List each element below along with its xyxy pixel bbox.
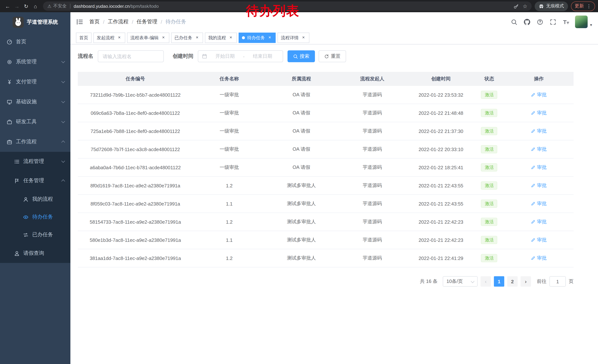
process-cell: 测试多审批人 (266, 194, 337, 213)
tab-todo-tasks[interactable]: 待办任务× (239, 32, 276, 43)
tab-form-edit[interactable]: 流程表单-编辑× (127, 32, 169, 43)
back-icon[interactable]: ← (3, 1, 12, 11)
status-badge: 激活 (481, 254, 498, 262)
status-cell: 激活 (474, 194, 504, 213)
bookmark-star-icon[interactable]: ☆ (521, 2, 530, 11)
sidebar-item-label: 流程管理 (23, 158, 44, 165)
search-button[interactable]: 搜索 (288, 50, 315, 62)
tab-my-process[interactable]: 我的流程× (205, 32, 237, 43)
tab-home[interactable]: 首页 (76, 32, 91, 43)
chevron-down-icon (61, 159, 65, 163)
table-row: 73211d9d-7b9b-11ec-b5b7-acde48001122一级审批… (78, 86, 573, 104)
sidebar-item-workflow[interactable]: 工作流程 (0, 132, 70, 152)
created-time-cell: 2022-01-21 22:42:23 (407, 213, 474, 231)
created-time-cell: 2022-01-22 20:33:10 (407, 140, 474, 158)
table-row: 069c6a63-7b8a-11ec-8ef0-acde48001122一级审批… (78, 104, 573, 122)
password-key-icon[interactable] (512, 2, 521, 11)
approve-link[interactable]: 审批 (531, 91, 547, 98)
tab-done-tasks[interactable]: 已办任务× (171, 32, 203, 43)
next-page-button[interactable]: › (521, 276, 531, 287)
sidebar-collapse-icon[interactable] (76, 18, 83, 25)
process-cell: 测试多审批人 (266, 213, 337, 231)
task-name-cell: 1.1 (193, 231, 266, 249)
approve-link[interactable]: 审批 (531, 110, 547, 116)
home-icon[interactable]: ⌂ (31, 1, 40, 11)
initiator-cell: 芋道源码 (337, 86, 407, 104)
help-icon[interactable] (536, 18, 544, 25)
sidebar-item-home[interactable]: 首页 (0, 32, 70, 52)
approve-link[interactable]: 审批 (531, 182, 547, 189)
created-time-cell: 2022-01-22 21:48:48 (407, 104, 474, 122)
action-cell: 审批 (504, 213, 573, 231)
sidebar-item-done-tasks[interactable]: 已办任务 (0, 226, 70, 244)
chevron-down-icon (61, 80, 65, 83)
tab-start-process[interactable]: 发起流程× (93, 32, 125, 43)
approve-link[interactable]: 审批 (531, 146, 547, 153)
sidebar-item-system[interactable]: 系统管理 (0, 52, 70, 72)
goto-label: 前往 (537, 278, 547, 285)
column-header-initiator: 流程发起人 (337, 72, 407, 86)
page-button-2[interactable]: 2 (507, 276, 518, 287)
page-size-select[interactable]: 10条/页 (443, 276, 478, 287)
approve-link[interactable]: 审批 (531, 128, 547, 134)
app-header: 首页/工作流程/任务管理/待办任务 ▾ (70, 12, 598, 32)
approve-link-label: 审批 (537, 91, 547, 98)
screen: ← → ↻ ⌂ ⚠ 不安全 dashboard.yudao.iocoder.cn… (0, 0, 598, 364)
tab-label: 待办任务 (247, 35, 265, 41)
browser-menu-dots-icon[interactable]: ⋮ (587, 3, 591, 9)
tab-close-icon[interactable]: × (161, 35, 166, 40)
date-range-picker[interactable]: 开始日期 - 结束日期 (198, 50, 283, 62)
task-id-cell: 58154733-7ac8-11ec-a9e2-a2380e71991a (78, 213, 193, 231)
approve-link[interactable]: 审批 (531, 200, 547, 207)
sidebar-item-leave-query[interactable]: 请假查询 (0, 244, 70, 263)
sidebar-item-label: 工作流程 (16, 138, 37, 145)
approve-link-label: 审批 (537, 182, 547, 189)
sidebar-item-infrastructure[interactable]: 基础设施 (0, 92, 70, 112)
tab-close-icon[interactable]: × (267, 35, 272, 40)
github-icon[interactable] (523, 18, 531, 25)
pen-icon (531, 147, 536, 152)
sidebar-item-todo-tasks[interactable]: 待办任务 (0, 208, 70, 226)
font-size-icon[interactable] (562, 18, 570, 25)
tab-process-detail[interactable]: 流程详情× (277, 32, 309, 43)
reload-icon[interactable]: ↻ (22, 1, 31, 11)
prev-page-button[interactable]: ‹ (481, 276, 491, 287)
task-name-cell: 一级审批 (193, 122, 266, 140)
fullscreen-icon[interactable] (549, 18, 557, 25)
url-path: /bpm/task/todo (130, 4, 158, 9)
sidebar-item-my-process[interactable]: 我的流程 (0, 190, 70, 208)
approve-link[interactable]: 审批 (531, 255, 547, 261)
created-time-cell: 2022-01-22 21:37:30 (407, 122, 474, 140)
goto-page-input[interactable] (549, 276, 566, 287)
pen-icon (531, 111, 536, 115)
process-name-input[interactable] (98, 50, 164, 62)
tab-close-icon[interactable]: × (301, 35, 306, 40)
tab-close-icon[interactable]: × (228, 35, 233, 40)
column-header-status: 状态 (474, 72, 504, 86)
update-label: 更新 (575, 3, 584, 9)
sidebar-item-process-mgmt[interactable]: 流程管理 (0, 152, 70, 171)
forward-icon[interactable]: → (12, 1, 22, 11)
tab-close-icon[interactable]: × (194, 35, 200, 40)
eye-icon (23, 214, 29, 220)
approve-link-label: 审批 (537, 218, 547, 225)
search-icon[interactable] (510, 18, 518, 25)
breadcrumb-item[interactable]: 工作流程 (108, 18, 129, 25)
app-logo[interactable]: 芋道管理系统 (0, 12, 70, 32)
approve-link[interactable]: 审批 (531, 218, 547, 225)
sidebar-item-task-mgmt[interactable]: 任务管理 (0, 171, 70, 190)
reset-button[interactable]: 重置 (319, 50, 346, 62)
approve-link[interactable]: 审批 (531, 164, 547, 171)
logo-image (12, 16, 24, 28)
page-button-1[interactable]: 1 (494, 276, 504, 287)
browser-update-chip[interactable]: 更新 ⋮ (571, 1, 595, 11)
avatar-caret-icon[interactable]: ▾ (590, 22, 592, 27)
breadcrumb-item[interactable]: 首页 (89, 18, 100, 25)
sidebar-item-devtools[interactable]: 研发工具 (0, 112, 70, 132)
sidebar-item-payment[interactable]: 支付管理 (0, 72, 70, 92)
breadcrumb-item[interactable]: 任务管理 (137, 18, 158, 25)
approve-link[interactable]: 审批 (531, 237, 547, 243)
tab-close-icon[interactable]: × (117, 35, 122, 40)
user-avatar[interactable] (575, 16, 588, 28)
incognito-badge: 无痕模式 (535, 1, 568, 11)
